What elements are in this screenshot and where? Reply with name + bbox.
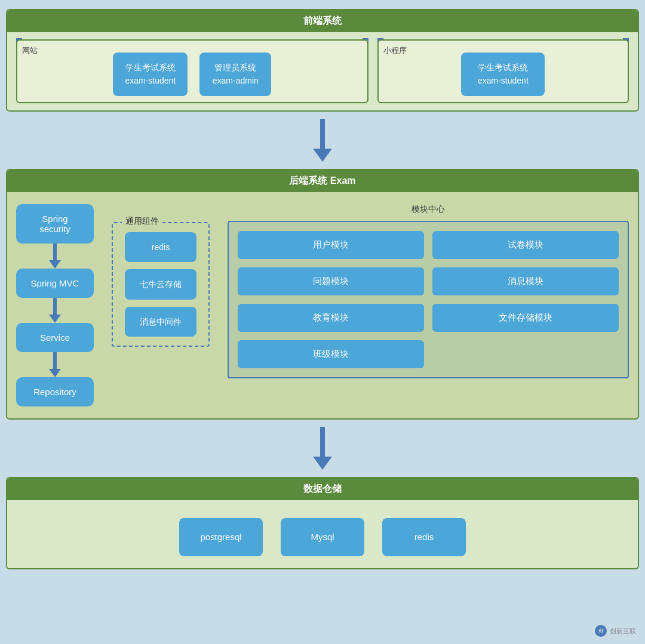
module-center: 模块中心 用户模块 试卷模块 问题模块 消息模块 教育模块 文件存储模块 班级模… [228, 204, 629, 378]
redis-component-box: redis [125, 232, 196, 262]
user-module: 用户模块 [238, 231, 424, 259]
website-group: 网站 学生考试系统 exam-student 管理员系统 exam-admin [16, 39, 368, 103]
module-grid: 用户模块 试卷模块 问题模块 消息模块 教育模块 文件存储模块 班级模块 [238, 231, 619, 368]
watermark: 创 创新互联 [595, 625, 636, 637]
exam-paper-module: 试卷模块 [432, 231, 619, 259]
architecture-flow: Spring security Spring MVC Service Repos… [16, 204, 94, 406]
exam-student-box: 学生考试系统 exam-student [113, 53, 188, 96]
question-module: 问题模块 [238, 267, 424, 295]
message-middleware-box: 消息中间件 [125, 307, 196, 337]
module-grid-wrapper: 用户模块 试卷模块 问题模块 消息模块 教育模块 文件存储模块 班级模块 [228, 221, 629, 378]
miniapp-group: 小程序 学生考试系统 exam-student [377, 39, 629, 103]
storage-title: 数据仓储 [7, 478, 638, 500]
common-components-group: 通用组件 redis 七牛云存储 消息中间件 [112, 222, 210, 347]
flow-arrow-2 [49, 298, 61, 323]
website-label: 网站 [22, 45, 38, 56]
redis-storage-box: redis [382, 518, 466, 556]
service-box: Service [16, 323, 94, 352]
qiniu-box: 七牛云存储 [125, 269, 196, 299]
spring-mvc-box: Spring MVC [16, 269, 94, 298]
common-components-label: 通用组件 [122, 216, 162, 227]
watermark-text: 创新互联 [610, 627, 636, 636]
storage-section: 数据仓储 postgresql Mysql redis [6, 477, 639, 569]
flow-arrow-1 [49, 244, 61, 269]
backend-title: 后端系统 Exam [7, 170, 638, 192]
exam-admin-box: 管理员系统 exam-admin [199, 53, 271, 96]
frontend-to-backend-arrow [6, 112, 639, 169]
education-module: 教育模块 [238, 304, 424, 332]
file-storage-module: 文件存储模块 [432, 304, 619, 332]
postgresql-box: postgresql [179, 518, 263, 556]
module-center-title: 模块中心 [228, 204, 629, 215]
miniapp-label: 小程序 [383, 45, 407, 56]
miniapp-student-box: 学生考试系统 exam-student [461, 53, 545, 96]
backend-section: 后端系统 Exam Spring security Spring MVC Ser… [6, 169, 639, 420]
message-module: 消息模块 [432, 267, 619, 295]
watermark-icon: 创 [595, 625, 607, 637]
flow-arrow-3 [49, 352, 61, 377]
repository-box: Repository [16, 377, 94, 406]
frontend-section: 前端系统 网站 学生考试系统 exam-student 管理员系统 exam [6, 9, 639, 112]
backend-to-storage-arrow [6, 420, 639, 477]
spring-security-box: Spring security [16, 204, 94, 244]
frontend-title: 前端系统 [7, 10, 638, 32]
mysql-box: Mysql [281, 518, 364, 556]
class-module: 班级模块 [238, 340, 424, 368]
